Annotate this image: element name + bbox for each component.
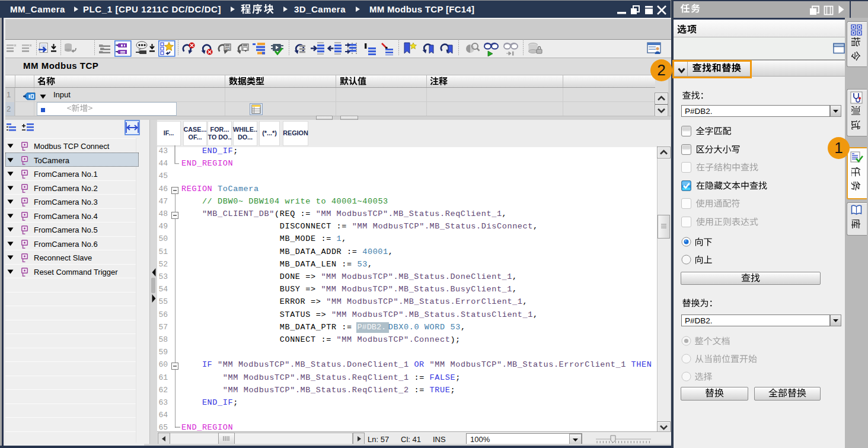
svg-text:01: 01 (226, 47, 229, 50)
